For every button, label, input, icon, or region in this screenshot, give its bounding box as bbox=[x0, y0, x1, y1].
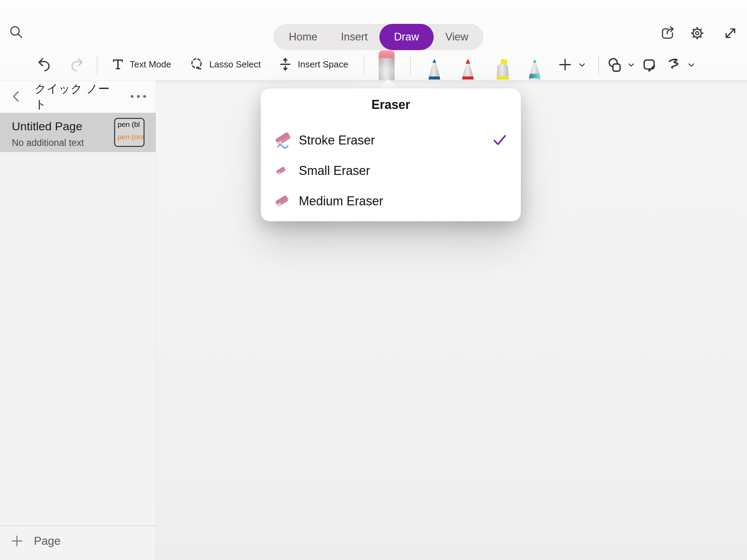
back-button[interactable] bbox=[9, 89, 24, 104]
menu-item-small-eraser[interactable]: Small Eraser bbox=[273, 160, 507, 182]
page-list-sidebar: クイック ノート Untitled Page No additional tex… bbox=[0, 81, 156, 560]
toolbar-divider bbox=[363, 56, 364, 75]
blue-pen-icon bbox=[426, 58, 442, 80]
medium-eraser-icon bbox=[273, 193, 295, 209]
add-pen-button[interactable] bbox=[557, 56, 573, 73]
search-icon bbox=[9, 25, 24, 40]
chevron-down-icon bbox=[578, 62, 586, 68]
lasso-select-icon bbox=[190, 57, 204, 72]
ink-note-button[interactable] bbox=[641, 57, 658, 73]
settings-button[interactable] bbox=[689, 25, 706, 41]
small-eraser-icon bbox=[273, 164, 295, 178]
chevron-down-icon bbox=[627, 62, 635, 68]
page-subtitle: No additional text bbox=[12, 138, 84, 148]
search-button[interactable] bbox=[8, 24, 24, 40]
toolbar-divider bbox=[598, 56, 599, 75]
chevron-left-icon bbox=[10, 90, 24, 103]
shapes-icon bbox=[607, 57, 623, 73]
share-icon bbox=[660, 25, 675, 41]
yellow-highlighter-button[interactable] bbox=[492, 58, 513, 80]
top-chrome: Home Insert Draw View bbox=[0, 0, 747, 81]
undo-button[interactable] bbox=[36, 56, 53, 73]
plus-icon bbox=[10, 534, 24, 548]
ink-replay-chevron-button[interactable] bbox=[687, 62, 696, 68]
text-mode-label: Text Mode bbox=[130, 59, 171, 70]
menu-item-stroke-eraser[interactable]: Stroke Eraser bbox=[273, 129, 507, 151]
menu-item-label: Stroke Eraser bbox=[299, 133, 375, 148]
popover-arrow bbox=[378, 79, 399, 89]
share-button[interactable] bbox=[659, 25, 676, 41]
onenote-app: Home Insert Draw View bbox=[0, 0, 747, 560]
add-pen-chevron-button[interactable] bbox=[578, 62, 587, 68]
redo-button[interactable] bbox=[68, 56, 85, 73]
red-pen-icon bbox=[460, 58, 476, 80]
sidebar-header: クイック ノート bbox=[0, 81, 156, 113]
menu-item-medium-eraser[interactable]: Medium Eraser bbox=[273, 190, 507, 212]
eraser-menu: Eraser Stroke Eraser bbox=[261, 88, 521, 221]
stroke-eraser-icon bbox=[273, 131, 295, 149]
red-pen-button[interactable] bbox=[460, 58, 476, 80]
page-thumbnail: pen (bl pen (ora bbox=[114, 118, 145, 147]
galaxy-pen-icon bbox=[527, 58, 543, 80]
shapes-button[interactable] bbox=[607, 57, 623, 73]
menu-item-label: Medium Eraser bbox=[299, 194, 383, 208]
insert-space-label: Insert Space bbox=[298, 59, 348, 70]
scribble-icon bbox=[667, 57, 683, 73]
check-icon bbox=[492, 134, 507, 147]
text-mode-button[interactable]: Text Mode bbox=[111, 55, 171, 73]
toolbar-divider bbox=[97, 56, 98, 75]
thumbnail-ink-line-black: pen (bl bbox=[118, 120, 144, 129]
sidebar-footer: Page bbox=[0, 525, 156, 560]
eraser-body bbox=[379, 58, 395, 80]
insert-space-button[interactable]: Insert Space bbox=[278, 55, 348, 73]
ribbon-tabbar: Home Insert Draw View bbox=[274, 24, 483, 50]
ink-replay-button[interactable] bbox=[667, 57, 683, 73]
add-page-button[interactable]: Page bbox=[10, 534, 61, 548]
tab-insert[interactable]: Insert bbox=[329, 24, 380, 50]
tab-draw[interactable]: Draw bbox=[379, 24, 433, 50]
blue-pen-button[interactable] bbox=[426, 58, 442, 80]
eraser-menu-title: Eraser bbox=[261, 97, 521, 112]
lasso-select-button[interactable]: Lasso Select bbox=[190, 55, 261, 73]
ellipsis-icon bbox=[129, 94, 147, 99]
fullscreen-button[interactable] bbox=[722, 25, 739, 41]
eraser-tool-button[interactable] bbox=[379, 50, 395, 80]
text-mode-icon bbox=[111, 58, 124, 71]
thumbnail-ink-line-orange: pen (ora bbox=[118, 133, 144, 141]
page-list-item[interactable]: Untitled Page No additional text pen (bl… bbox=[0, 113, 156, 152]
tab-home[interactable]: Home bbox=[277, 24, 329, 50]
galaxy-pen-button[interactable] bbox=[527, 58, 543, 80]
shapes-chevron-button[interactable] bbox=[627, 62, 636, 68]
undo-icon bbox=[36, 56, 52, 72]
insert-space-icon bbox=[278, 57, 293, 72]
plus-icon bbox=[557, 57, 573, 73]
chevron-down-icon bbox=[687, 62, 695, 68]
ink-note-icon bbox=[642, 57, 657, 73]
expand-icon bbox=[722, 25, 738, 41]
gear-icon bbox=[689, 25, 705, 41]
add-page-label: Page bbox=[34, 534, 61, 548]
notebook-title: クイック ノート bbox=[35, 81, 114, 113]
redo-icon bbox=[69, 56, 85, 72]
page-title: Untitled Page bbox=[12, 120, 82, 133]
lasso-select-label: Lasso Select bbox=[209, 59, 261, 70]
toolbar-divider bbox=[410, 56, 411, 75]
tab-view[interactable]: View bbox=[434, 24, 480, 50]
notebook-more-button[interactable] bbox=[129, 90, 148, 103]
menu-item-label: Small Eraser bbox=[299, 164, 370, 178]
yellow-highlighter-icon bbox=[492, 58, 513, 80]
